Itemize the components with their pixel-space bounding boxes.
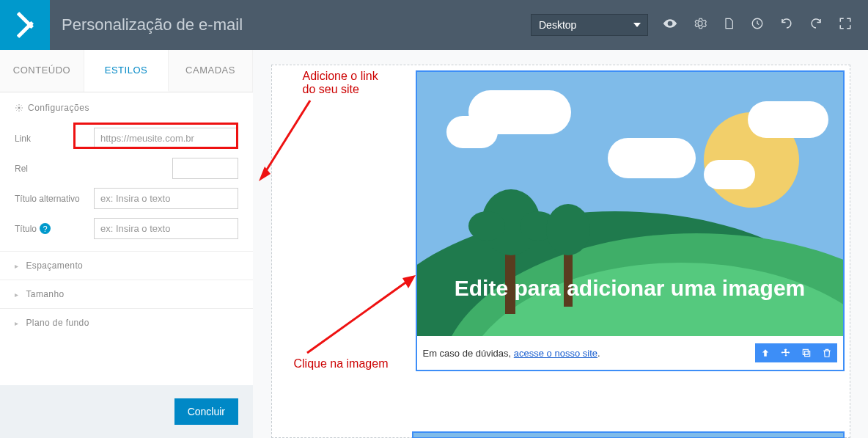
alt-input[interactable] xyxy=(94,188,238,209)
left-panel: CONTEÚDO ESTILOS CAMADAS Configurações L… xyxy=(0,50,253,438)
next-block[interactable] xyxy=(412,431,845,438)
accordion: Espaçamento Tamanho Plano de fundo xyxy=(0,251,253,337)
preview-icon[interactable] xyxy=(663,16,677,34)
caption-link[interactable]: acesse o nosso site xyxy=(514,348,597,359)
tab-content[interactable]: CONTEÚDO xyxy=(0,50,84,92)
acc-spacing[interactable]: Espaçamento xyxy=(0,251,253,280)
svg-line-4 xyxy=(263,101,310,175)
delete-icon[interactable] xyxy=(817,343,837,362)
gear-icon[interactable] xyxy=(694,17,707,33)
tab-styles[interactable]: ESTILOS xyxy=(84,50,169,92)
section-config: Configurações xyxy=(0,92,253,123)
cloud-shape xyxy=(704,160,755,189)
top-bar: Personalização de e-mail Desktop xyxy=(0,0,868,50)
copy-icon[interactable] xyxy=(796,343,817,362)
cloud-shape xyxy=(446,116,498,148)
arrow-to-image-icon xyxy=(301,271,419,359)
image-overlay-text: Edite para adicionar uma imagem xyxy=(417,276,843,301)
image-placeholder[interactable]: Edite para adicionar uma imagem xyxy=(417,72,843,336)
canvas: Adicione o link do seu site Clique na im… xyxy=(271,65,850,438)
row-title: Título? xyxy=(0,213,253,244)
top-icons xyxy=(663,16,868,34)
caption-text: Em caso de dúvidas, acesse o nosso site. xyxy=(423,348,600,359)
acc-bg[interactable]: Plano de fundo xyxy=(0,308,253,337)
app-logo xyxy=(0,0,50,50)
alt-label: Título alternativo xyxy=(15,194,88,204)
page-title: Personalização de e-mail xyxy=(62,15,243,34)
caption-row: Em caso de dúvidas, acesse o nosso site. xyxy=(417,336,843,370)
tabs: CONTEÚDO ESTILOS CAMADAS xyxy=(0,50,253,92)
annotation-link: Adicione o link do seu site xyxy=(303,70,378,96)
svg-rect-1 xyxy=(17,12,34,29)
row-link: Link xyxy=(0,123,253,153)
redo-icon[interactable] xyxy=(809,17,823,33)
titulo-label: Título? xyxy=(15,223,88,234)
move-icon[interactable] xyxy=(776,343,796,362)
image-block[interactable]: Edite para adicionar uma imagem Em caso … xyxy=(416,70,845,371)
acc-size[interactable]: Tamanho xyxy=(0,280,253,308)
clock-icon[interactable] xyxy=(751,17,764,33)
svg-line-6 xyxy=(307,280,410,353)
cloud-shape xyxy=(608,138,696,178)
device-select-wrap: Desktop xyxy=(531,14,648,36)
block-toolbar xyxy=(755,343,837,362)
canvas-area: Adicione o link do seu site Clique na im… xyxy=(253,50,868,438)
rel-label: Rel xyxy=(15,164,88,174)
rel-input[interactable] xyxy=(172,158,238,179)
link-input[interactable] xyxy=(94,128,238,149)
svg-rect-9 xyxy=(803,349,808,354)
svg-marker-7 xyxy=(402,275,416,288)
svg-rect-0 xyxy=(17,21,34,38)
titulo-input[interactable] xyxy=(94,218,238,239)
document-icon[interactable] xyxy=(723,16,735,34)
row-rel: Rel xyxy=(0,153,253,183)
undo-icon[interactable] xyxy=(780,17,793,33)
tab-layers[interactable]: CAMADAS xyxy=(169,50,253,92)
fullscreen-icon[interactable] xyxy=(839,17,852,33)
tree-crown xyxy=(546,204,590,255)
link-label: Link xyxy=(15,134,88,144)
pencil-ruler-icon xyxy=(12,12,38,38)
tree-crown xyxy=(468,211,505,241)
cloud-shape xyxy=(748,101,828,138)
panel-footer: Concluir xyxy=(0,385,253,438)
finish-button[interactable]: Concluir xyxy=(174,398,238,425)
svg-point-3 xyxy=(18,107,21,109)
move-up-icon[interactable] xyxy=(755,343,776,362)
annotation-click: Clique na imagem xyxy=(294,357,389,371)
svg-marker-5 xyxy=(259,167,271,181)
section-config-label: Configurações xyxy=(28,103,89,113)
gear-small-icon xyxy=(15,103,23,112)
help-icon[interactable]: ? xyxy=(40,223,51,234)
device-select[interactable]: Desktop xyxy=(531,14,648,36)
arrow-to-link-icon xyxy=(257,95,316,183)
svg-rect-8 xyxy=(804,351,809,357)
row-alt: Título alternativo xyxy=(0,183,253,213)
